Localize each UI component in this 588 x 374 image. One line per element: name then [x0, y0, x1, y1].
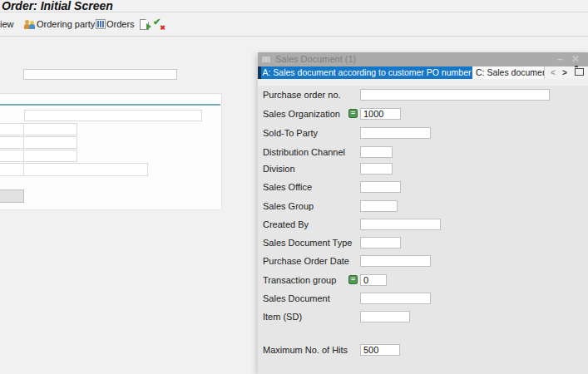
label-maximum-no-of-hits: Maximum No. of Hits	[263, 344, 348, 356]
orders-button[interactable]: Orders	[96, 12, 135, 36]
transaction-group-input[interactable]	[360, 274, 387, 286]
ordering-party-button[interactable]: Ordering party	[24, 12, 95, 36]
bg-stub-row4[interactable]	[0, 150, 24, 162]
bg-input-row4[interactable]	[23, 150, 77, 162]
label-purchase-order-date: Purchase Order Date	[263, 255, 349, 267]
bg-stub-row2[interactable]	[0, 123, 24, 135]
sales-document-type-input[interactable]	[360, 237, 401, 249]
orders-grid-icon	[96, 19, 106, 29]
close-icon[interactable]: ✕	[571, 53, 580, 65]
window-header: Order: Initial Screen	[0, 0, 588, 12]
tab-overview-icon[interactable]	[575, 68, 584, 76]
purchase-order-date-input[interactable]	[360, 255, 431, 267]
label-sales-document: Sales Document	[263, 293, 330, 304]
ordering-party-icon	[24, 19, 36, 29]
overview-button-label: iew	[0, 19, 14, 29]
bg-input-row2[interactable]	[23, 123, 77, 135]
orders-label: Orders	[106, 19, 135, 29]
bg-input-row5[interactable]	[23, 163, 148, 176]
created-by-input[interactable]	[360, 219, 441, 230]
item-sd-input[interactable]	[360, 311, 410, 322]
purchase-order-no-input[interactable]	[360, 89, 550, 101]
check-cancel-button[interactable]: ✔ ✖	[153, 12, 166, 36]
search-help-tabstrip: A: Sales document according to customer …	[258, 66, 588, 79]
distribution-channel-input[interactable]	[360, 146, 393, 158]
maximum-no-of-hits-input[interactable]	[360, 344, 400, 356]
division-input[interactable]	[360, 163, 393, 175]
check-x-icon: ✔ ✖	[153, 18, 166, 30]
tab-sales-doc-by-po[interactable]: A: Sales document according to customer …	[261, 66, 472, 79]
window-icon	[262, 57, 270, 62]
sales-document-dialog: Sales Document (1) – ✕ A: Sales document…	[258, 52, 588, 374]
overview-button[interactable]: iew	[0, 12, 14, 36]
label-created-by: Created By	[263, 219, 309, 230]
scroll-right-icon[interactable]: >	[562, 67, 567, 78]
sales-organization-input[interactable]	[360, 108, 401, 120]
label-sales-group: Sales Group	[263, 200, 314, 212]
sales-document-input[interactable]	[360, 293, 431, 304]
label-distribution-channel: Distribution Channel	[263, 146, 345, 158]
dialog-titlebar[interactable]: Sales Document (1) – ✕	[258, 52, 588, 66]
bg-stub-row5[interactable]	[0, 163, 24, 176]
document-arrow-icon	[140, 19, 149, 30]
order-number-input[interactable]	[23, 69, 177, 80]
ordering-party-label: Ordering party	[37, 19, 95, 29]
bg-input-row1[interactable]	[24, 110, 202, 121]
equals-icon[interactable]: =	[348, 275, 358, 284]
bg-stub-row3[interactable]	[0, 136, 24, 149]
scroll-left-icon[interactable]: <	[551, 67, 556, 78]
minimize-icon[interactable]: –	[557, 53, 563, 65]
application-toolbar: iew Ordering party Orders ✔ ✖	[0, 12, 588, 37]
label-sold-to-party: Sold-To Party	[263, 127, 318, 139]
label-purchase-order-no: Purchase order no.	[263, 89, 341, 101]
tab-sales-doc-c[interactable]: C: Sales document...	[472, 66, 545, 79]
panel-title-underline	[0, 104, 220, 106]
page-title: Order: Initial Screen	[2, 0, 113, 12]
bg-cutoff-button[interactable]	[0, 189, 24, 203]
label-sales-document-type: Sales Document Type	[263, 237, 352, 249]
label-sales-office: Sales Office	[263, 181, 312, 193]
label-division: Division	[263, 163, 295, 175]
sales-office-input[interactable]	[360, 181, 401, 193]
bg-input-row3[interactable]	[23, 136, 77, 149]
label-sales-organization: Sales Organization	[263, 108, 340, 120]
tab-panel-top-strip	[258, 79, 588, 86]
equals-icon[interactable]: =	[348, 109, 358, 118]
sold-to-party-input[interactable]	[360, 127, 431, 139]
execute-document-button[interactable]	[140, 12, 149, 36]
sales-group-input[interactable]	[360, 200, 398, 212]
label-transaction-group: Transaction group	[263, 274, 336, 286]
label-item-sd: Item (SD)	[263, 311, 302, 322]
dialog-title: Sales Document (1)	[275, 54, 356, 64]
